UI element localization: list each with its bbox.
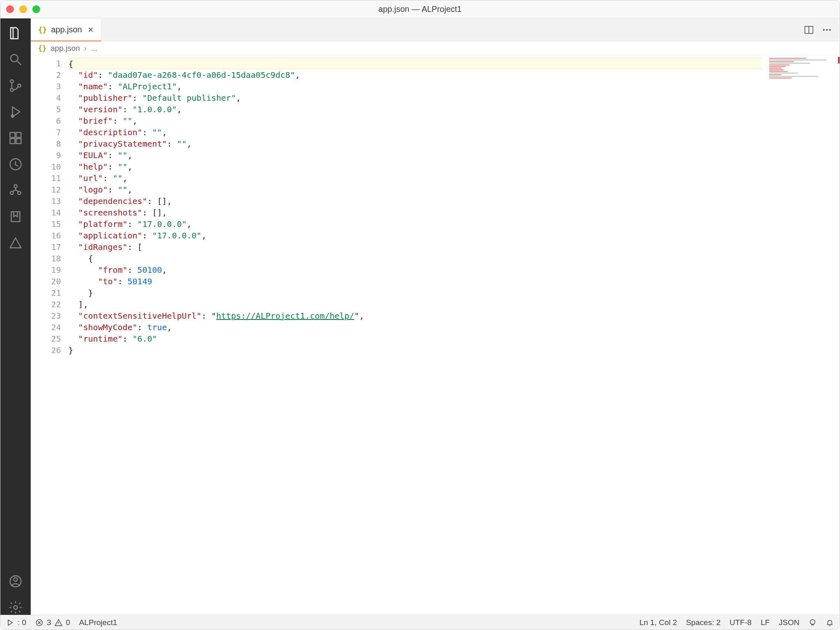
svg-point-15 (14, 578, 18, 581)
code-line[interactable]: "platform": "17.0.0.0", (68, 218, 840, 230)
settings-gear-icon[interactable] (8, 600, 23, 615)
code-line[interactable]: "url": "", (68, 172, 840, 184)
code-line[interactable]: "contextSensitiveHelpUrl": "https://ALPr… (68, 310, 840, 322)
run-debug-icon[interactable] (8, 104, 23, 119)
chevron-right-icon: › (84, 44, 86, 53)
svg-point-19 (826, 29, 828, 30)
code-line[interactable]: "logo": "", (68, 184, 840, 195)
status-encoding[interactable]: UTF-8 (729, 618, 752, 627)
code-line[interactable]: "version": "1.0.0.0", (68, 104, 840, 115)
status-notifications-icon[interactable] (826, 619, 834, 627)
code-line[interactable]: "brief": "", (68, 115, 840, 127)
accounts-icon[interactable] (8, 574, 23, 589)
split-editor-icon[interactable] (804, 25, 814, 35)
svg-point-22 (810, 619, 815, 624)
tree-icon[interactable] (8, 183, 23, 198)
code-line[interactable]: "dependencies": [], (68, 195, 840, 207)
code-editor[interactable]: 1234567891011121314151617181920212223242… (31, 55, 840, 615)
code-line[interactable]: } (68, 287, 840, 299)
code-line[interactable]: "application": "17.0.0.0", (68, 230, 840, 241)
tab-close-icon[interactable]: ✕ (86, 25, 95, 35)
code-line[interactable]: "privacyStatement": "", (68, 138, 840, 150)
tab-bar: {} app.json ✕ (31, 18, 840, 41)
svg-rect-7 (10, 139, 15, 144)
status-debug[interactable]: : 0 (6, 618, 26, 627)
more-actions-icon[interactable] (822, 25, 832, 35)
bookmark-icon[interactable] (8, 209, 23, 224)
zoom-window-icon[interactable] (32, 5, 40, 13)
svg-rect-6 (16, 133, 21, 138)
timeline-icon[interactable] (8, 157, 23, 172)
code-line[interactable]: "name": "ALProject1", (68, 81, 840, 92)
triangle-icon[interactable] (8, 236, 23, 250)
activity-bar (0, 18, 31, 615)
breadcrumb-ellipsis: ... (91, 44, 97, 53)
line-number-gutter: 1234567891011121314151617181920212223242… (31, 55, 68, 615)
status-debug-label: : 0 (18, 618, 26, 627)
code-line[interactable]: "EULA": "", (68, 150, 840, 161)
status-bar: : 0 3 0 ALProject1 Ln 1, Col 2 Spaces: 2… (0, 615, 840, 630)
svg-point-0 (11, 54, 18, 62)
code-line[interactable]: "description": "", (68, 127, 840, 138)
svg-rect-8 (16, 139, 21, 144)
svg-point-1 (10, 80, 14, 83)
code-line[interactable]: "screenshots": [], (68, 207, 840, 218)
svg-point-3 (18, 84, 21, 87)
code-line[interactable]: "showMyCode": true, (68, 322, 840, 333)
svg-point-20 (829, 29, 831, 30)
tab-app-json[interactable]: {} app.json ✕ (31, 18, 102, 41)
code-line[interactable]: "to": 50149 (68, 276, 840, 287)
svg-point-2 (10, 88, 14, 92)
status-language-mode[interactable]: JSON (779, 618, 799, 627)
search-icon[interactable] (8, 52, 23, 67)
breadcrumb[interactable]: {} app.json › ... (31, 41, 840, 55)
extensions-icon[interactable] (8, 131, 23, 145)
window-controls (6, 5, 40, 13)
status-eol[interactable]: LF (761, 618, 770, 627)
svg-point-10 (14, 185, 17, 188)
code-line[interactable]: { (68, 58, 762, 69)
code-content[interactable]: { "id": "daad07ae-a268-4cf0-a06d-15daa05… (68, 55, 840, 615)
code-line[interactable]: "runtime": "6.0" (68, 333, 840, 344)
status-feedback-icon[interactable] (808, 619, 817, 627)
code-line[interactable]: ], (68, 299, 840, 310)
minimize-window-icon[interactable] (19, 5, 27, 13)
status-indentation[interactable]: Spaces: 2 (686, 618, 721, 627)
close-window-icon[interactable] (6, 5, 14, 13)
status-warning-count: 0 (66, 618, 70, 627)
status-cursor-position[interactable]: Ln 1, Col 2 (639, 618, 677, 627)
status-project[interactable]: ALProject1 (79, 618, 117, 627)
app-window: app.json — ALProject1 (0, 0, 840, 630)
code-line[interactable]: { (68, 253, 840, 264)
code-line[interactable]: "help": "", (68, 161, 840, 172)
titlebar: app.json — ALProject1 (0, 0, 840, 18)
breadcrumb-filename: app.json (50, 44, 80, 53)
status-problems[interactable]: 3 0 (35, 618, 70, 627)
svg-rect-5 (10, 133, 15, 138)
svg-point-18 (823, 29, 824, 30)
tab-filename: app.json (51, 25, 82, 34)
svg-point-16 (14, 606, 18, 610)
code-line[interactable]: "idRanges": [ (68, 241, 840, 253)
status-error-count: 3 (47, 618, 51, 627)
code-line[interactable]: "id": "daad07ae-a268-4cf0-a06d-15daa05c9… (68, 69, 840, 81)
editor-area: {} app.json ✕ {} app.json › ... (31, 18, 840, 615)
code-line[interactable]: } (68, 344, 840, 356)
svg-rect-13 (11, 212, 20, 222)
json-file-icon: {} (38, 25, 47, 34)
minimap[interactable] (768, 57, 837, 106)
json-file-icon: {} (38, 44, 46, 52)
window-title: app.json — ALProject1 (0, 5, 840, 14)
code-line[interactable]: "from": 50100, (68, 264, 840, 276)
explorer-icon[interactable] (8, 26, 23, 41)
code-line[interactable]: "publisher": "Default publisher", (68, 92, 840, 104)
source-control-icon[interactable] (8, 78, 23, 93)
